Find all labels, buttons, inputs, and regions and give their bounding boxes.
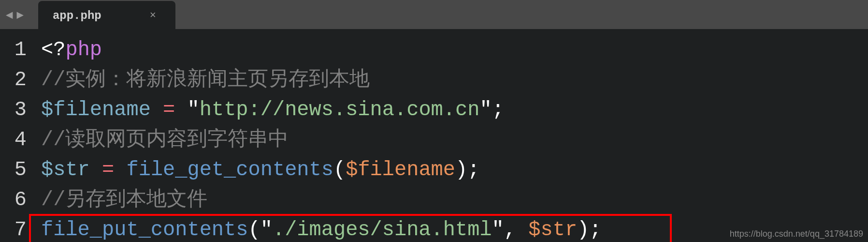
- line-number: 7: [0, 215, 27, 242]
- watermark: https://blog.csdn.net/qq_31784189: [730, 229, 863, 239]
- nav-back-icon[interactable]: ◀: [6, 8, 13, 22]
- code-line-5: $str = file_get_contents($filename);: [41, 155, 868, 185]
- line-gutter: 1 2 3 4 5 6 7: [0, 29, 34, 242]
- code-line-1: <?php: [41, 35, 868, 65]
- code-area[interactable]: <?php //实例：将新浪新闻主页另存到本地 $filename = "htt…: [34, 29, 868, 242]
- code-line-4: //读取网页内容到字符串中: [41, 125, 868, 155]
- line-number: 3: [0, 95, 27, 125]
- code-line-2: //实例：将新浪新闻主页另存到本地: [41, 65, 868, 95]
- tab-bar: ◀ ▶ app.php ×: [0, 0, 868, 29]
- line-number: 6: [0, 185, 27, 215]
- line-number: 2: [0, 65, 27, 95]
- line-number: 1: [0, 35, 27, 65]
- nav-arrows: ◀ ▶: [6, 8, 24, 22]
- editor: 1 2 3 4 5 6 7 <?php //实例：将新浪新闻主页另存到本地 $f…: [0, 29, 868, 242]
- line-number: 5: [0, 155, 27, 185]
- editor-tab[interactable]: app.php ×: [38, 1, 175, 30]
- line-number: 4: [0, 125, 27, 155]
- close-icon[interactable]: ×: [150, 10, 156, 22]
- code-line-3: $filename = "http://news.sina.com.cn";: [41, 95, 868, 125]
- code-line-6: //另存到本地文件: [41, 185, 868, 215]
- tab-filename: app.php: [53, 9, 101, 22]
- nav-forward-icon[interactable]: ▶: [16, 8, 23, 22]
